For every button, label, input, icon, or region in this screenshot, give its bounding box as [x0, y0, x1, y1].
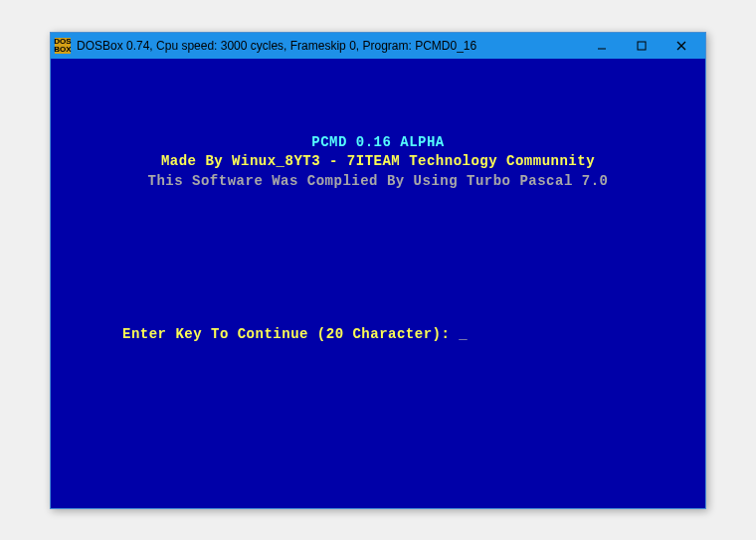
dosbox-icon: DOS BOX [55, 38, 71, 54]
svg-rect-1 [638, 42, 646, 50]
close-icon [676, 41, 686, 51]
window-controls [582, 33, 701, 59]
program-compiler: This Software Was Complied By Using Turb… [51, 172, 705, 192]
dosbox-window: DOS BOX DOSBox 0.74, Cpu speed: 3000 cyc… [50, 32, 706, 509]
maximize-button[interactable] [622, 33, 662, 59]
minimize-icon [597, 41, 607, 51]
window-title: DOSBox 0.74, Cpu speed: 3000 cycles, Fra… [77, 39, 582, 53]
dos-screen[interactable]: PCMD 0.16 ALPHA Made By Winux_8YT3 - 7IT… [51, 59, 705, 508]
program-author: Made By Winux_8YT3 - 7ITEAM Technology C… [51, 152, 705, 172]
close-button[interactable] [662, 33, 701, 59]
titlebar[interactable]: DOS BOX DOSBox 0.74, Cpu speed: 3000 cyc… [51, 33, 705, 59]
maximize-icon [637, 41, 647, 51]
input-prompt: Enter Key To Continue (20 Character): _ [51, 325, 705, 345]
prompt-text: Enter Key To Continue (20 Character): [122, 326, 459, 342]
minimize-button[interactable] [582, 33, 622, 59]
program-title: PCMD 0.16 ALPHA [51, 133, 705, 153]
text-cursor: _ [459, 325, 468, 345]
